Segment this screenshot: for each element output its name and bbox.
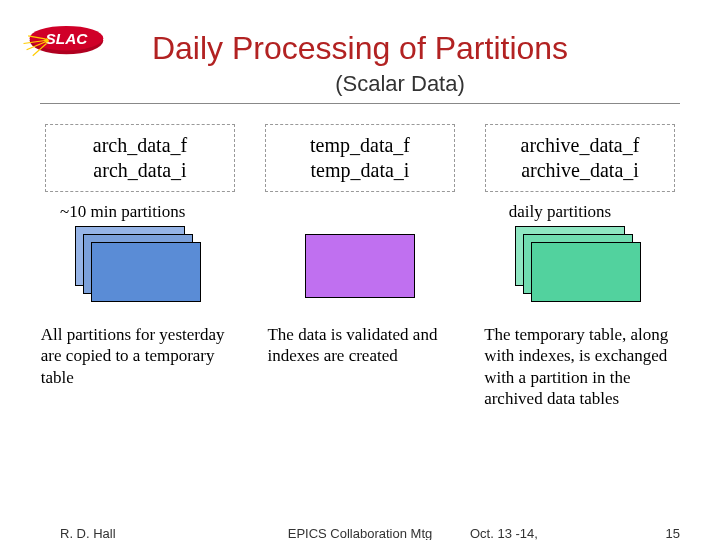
slac-logo: SLAC — [22, 18, 114, 66]
archive-data-f: archive_data_f — [490, 133, 670, 158]
temp-data-f: temp_data_f — [270, 133, 450, 158]
arch-data-i: arch_data_i — [50, 158, 230, 183]
ten-min-label: ~10 min partitions — [60, 202, 260, 222]
divider — [40, 103, 680, 104]
daily-label: daily partitions — [460, 202, 660, 222]
svg-text:SLAC: SLAC — [46, 30, 89, 47]
arch-stack — [45, 226, 235, 306]
table-names-row: arch_data_f arch_data_i temp_data_f temp… — [30, 124, 690, 192]
desc-right: The temporary table, along with indexes,… — [484, 324, 679, 409]
footer-meeting: EPICS Collaboration Mtg 2007 — [0, 526, 720, 540]
archive-stack — [485, 226, 675, 306]
footer-date: Oct. 13 -14, — [470, 526, 538, 540]
footer-pagenum: 15 — [666, 526, 680, 540]
desc-mid: The data is validated and indexes are cr… — [257, 324, 462, 409]
partition-graphics — [30, 226, 690, 306]
arch-data-f: arch_data_f — [50, 133, 230, 158]
temp-tables-box: temp_data_f temp_data_i — [265, 124, 455, 192]
partition-labels: ~10 min partitions daily partitions — [60, 202, 660, 222]
descriptions-row: All partitions for yesterday are copied … — [30, 324, 690, 409]
desc-left: All partitions for yesterday are copied … — [41, 324, 236, 409]
archive-data-i: archive_data_i — [490, 158, 670, 183]
temp-data-i: temp_data_i — [270, 158, 450, 183]
archive-tables-box: archive_data_f archive_data_i — [485, 124, 675, 192]
temp-stack — [265, 226, 455, 306]
arch-tables-box: arch_data_f arch_data_i — [45, 124, 235, 192]
slide-subtitle: (Scalar Data) — [0, 71, 720, 97]
svg-point-7 — [44, 38, 49, 43]
